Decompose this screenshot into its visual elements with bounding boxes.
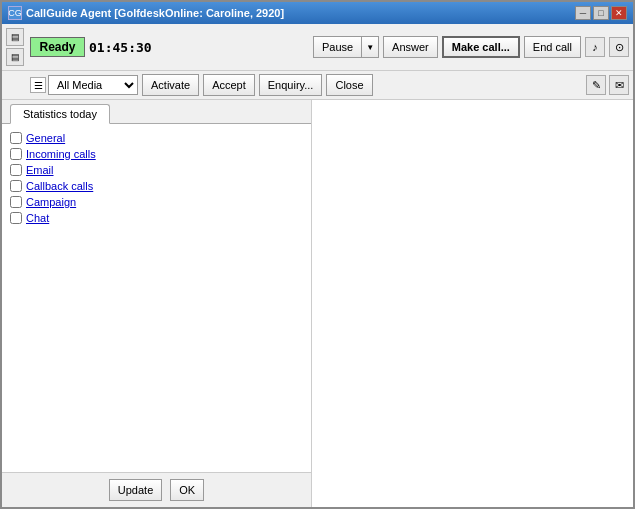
callback-calls-label[interactable]: Callback calls bbox=[26, 180, 93, 192]
general-checkbox[interactable] bbox=[10, 132, 22, 144]
title-bar-left: CG CallGuide Agent [GolfdeskOnline: Caro… bbox=[8, 6, 284, 20]
enquiry-button[interactable]: Enquiry... bbox=[259, 74, 323, 96]
close-button[interactable]: ✕ bbox=[611, 6, 627, 20]
headset-icon: ⊙ bbox=[615, 41, 624, 54]
general-label[interactable]: General bbox=[26, 132, 65, 144]
panel-icon-1[interactable]: ▤ bbox=[6, 28, 24, 46]
list-item: Chat bbox=[6, 210, 307, 226]
tab-bar: Statistics today bbox=[2, 100, 311, 124]
mail-icon-button[interactable]: ✉ bbox=[609, 75, 629, 95]
panel-icons: ▤ ▤ bbox=[6, 28, 24, 66]
end-call-button[interactable]: End call bbox=[524, 36, 581, 58]
status-group: Ready 01:45:30 bbox=[30, 37, 309, 57]
tab-statistics-today[interactable]: Statistics today bbox=[10, 104, 110, 124]
edit-icon: ✎ bbox=[592, 79, 601, 92]
incoming-calls-label[interactable]: Incoming calls bbox=[26, 148, 96, 160]
restore-button[interactable]: □ bbox=[593, 6, 609, 20]
bottom-bar: Update OK bbox=[2, 472, 311, 507]
list-item: Incoming calls bbox=[6, 146, 307, 162]
minimize-button[interactable]: ─ bbox=[575, 6, 591, 20]
title-bar: CG CallGuide Agent [GolfdeskOnline: Caro… bbox=[2, 2, 633, 24]
toolbar-row-2: ☰ All Media Voice Email Chat Activate Ac… bbox=[2, 71, 633, 100]
media-select-group: ☰ All Media Voice Email Chat bbox=[30, 75, 138, 95]
left-panel: Statistics today General Incoming calls … bbox=[2, 100, 312, 507]
accept-button[interactable]: Accept bbox=[203, 74, 255, 96]
callback-calls-checkbox[interactable] bbox=[10, 180, 22, 192]
close-media-button[interactable]: Close bbox=[326, 74, 372, 96]
panel-icon-2[interactable]: ▤ bbox=[6, 48, 24, 66]
app-icon: CG bbox=[8, 6, 22, 20]
phone-icon: ♪ bbox=[592, 41, 598, 53]
tab-content: General Incoming calls Email Callback ca… bbox=[2, 124, 311, 472]
window-controls: ─ □ ✕ bbox=[575, 6, 627, 20]
edit-icon-button[interactable]: ✎ bbox=[586, 75, 606, 95]
right-panel bbox=[312, 100, 633, 507]
list-item: Callback calls bbox=[6, 178, 307, 194]
media-icon: ☰ bbox=[30, 77, 46, 93]
headset-icon-button[interactable]: ⊙ bbox=[609, 37, 629, 57]
status-badge: Ready bbox=[30, 37, 85, 57]
pause-button-group: Pause ▼ bbox=[313, 36, 379, 58]
main-window: CG CallGuide Agent [GolfdeskOnline: Caro… bbox=[0, 0, 635, 509]
list-item: Campaign bbox=[6, 194, 307, 210]
toolbar-row-1: ▤ ▤ Ready 01:45:30 Pause ▼ Answer Make c… bbox=[2, 24, 633, 71]
pause-button[interactable]: Pause bbox=[313, 36, 361, 58]
list-item: General bbox=[6, 130, 307, 146]
list-item: Email bbox=[6, 162, 307, 178]
ok-button[interactable]: OK bbox=[170, 479, 204, 501]
email-label[interactable]: Email bbox=[26, 164, 54, 176]
email-checkbox[interactable] bbox=[10, 164, 22, 176]
pause-dropdown-arrow[interactable]: ▼ bbox=[361, 36, 379, 58]
phone-icon-button[interactable]: ♪ bbox=[585, 37, 605, 57]
campaign-checkbox[interactable] bbox=[10, 196, 22, 208]
activate-button[interactable]: Activate bbox=[142, 74, 199, 96]
time-display: 01:45:30 bbox=[89, 40, 152, 55]
answer-button[interactable]: Answer bbox=[383, 36, 438, 58]
right-icons: ✎ ✉ bbox=[586, 75, 629, 95]
chat-label[interactable]: Chat bbox=[26, 212, 49, 224]
update-button[interactable]: Update bbox=[109, 479, 162, 501]
media-dropdown[interactable]: All Media Voice Email Chat bbox=[48, 75, 138, 95]
mail-icon: ✉ bbox=[615, 79, 624, 92]
incoming-calls-checkbox[interactable] bbox=[10, 148, 22, 160]
chat-checkbox[interactable] bbox=[10, 212, 22, 224]
make-call-button[interactable]: Make call... bbox=[442, 36, 520, 58]
campaign-label[interactable]: Campaign bbox=[26, 196, 76, 208]
window-title: CallGuide Agent [GolfdeskOnline: Carolin… bbox=[26, 7, 284, 19]
content-area: Statistics today General Incoming calls … bbox=[2, 100, 633, 507]
